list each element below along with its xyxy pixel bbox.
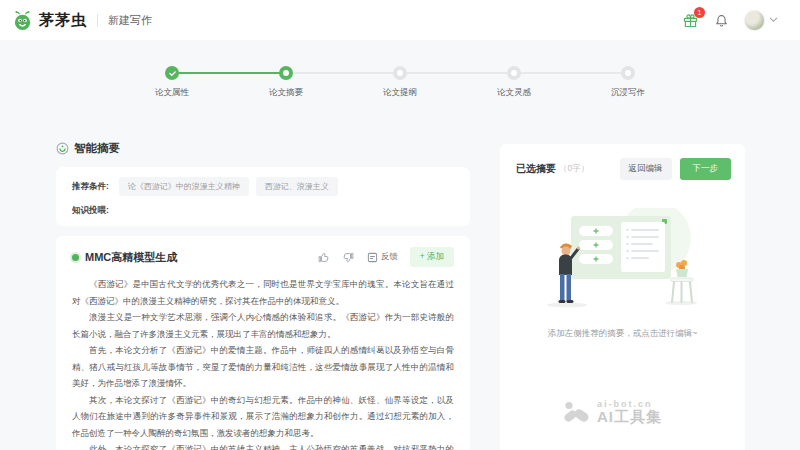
thumb-up-button[interactable] [317,251,330,264]
watermark: ai-bot.cn AI工具集 [563,399,662,426]
smart-summary-panel: 智能摘要 推荐条件: 论《西游记》中的浪漫主义精神 西游记、浪漫主义 知识投喂:… [56,141,470,450]
step-paper-attributes[interactable]: 论文属性 [115,66,229,99]
todo-step-dot [507,66,521,80]
model-status-dot [72,254,79,261]
bell-icon[interactable] [714,12,729,28]
gift-button[interactable]: 1 [682,12,699,29]
generated-abstract-header: MMC高精模型生成 [72,247,454,267]
thumb-down-icon [342,251,355,264]
progress-stepper: 论文属性 论文摘要 论文提纲 论文灵感 沉浸写作 [115,66,685,102]
abstract-paragraph: 首先，本论文分析了《西游记》中的爱情主题。作品中，师徒四人的感情纠葛以及孙悟空与… [72,342,454,392]
step-label: 论文灵感 [497,87,531,99]
step-label: 论文提纲 [383,87,417,99]
knowledge-feed-label: 知识投喂: [72,205,109,217]
watermark-logo-icon [563,399,590,426]
condition-tags: 论《西游记》中的浪漫主义精神 西游记、浪漫主义 [119,177,338,196]
add-abstract-button[interactable]: + 添加 [410,247,454,267]
step-paper-abstract[interactable]: 论文摘要 [229,66,343,99]
app-header: 茅茅虫 新建写作 1 [0,0,800,40]
empty-state [500,208,745,316]
conditions-label: 推荐条件: [72,181,109,193]
word-count: （0字） [559,163,589,175]
todo-step-dot [621,66,635,80]
selected-abstract-header: 已选摘要 （0字） 返回编辑 下一步 [500,144,745,180]
abstract-actions: 反馈 + 添加 [317,247,454,267]
abstract-paragraph: 此外，本论文探究了《西游记》中的英雄主义精神。主人公孙悟空的英勇善战，对抗邪恶势… [72,441,454,450]
notification-badge: 1 [694,7,705,18]
thumb-down-button[interactable] [342,251,355,264]
step-paper-outline[interactable]: 论文提纲 [343,66,457,99]
watermark-title: AI工具集 [597,409,662,425]
header-divider [97,14,98,27]
caterpillar-logo-icon [12,10,33,31]
header-actions: 1 [682,10,778,31]
todo-step-dot [393,66,407,80]
back-to-edit-button[interactable]: 返回编辑 [620,158,672,180]
next-step-button[interactable]: 下一步 [680,158,732,180]
user-menu[interactable] [744,10,778,31]
abstract-paragraph: 《西游记》是中国古代文学的优秀代表之一，同时也是世界文学宝库中的瑰宝。本论文旨在… [72,276,454,309]
model-name: MMC高精模型生成 [85,250,177,265]
brand-logo[interactable]: 茅茅虫 [12,10,87,31]
abstract-paragraph: 其次，本论文探讨了《西游记》中的奇幻与幻想元素。作品中的神仙、妖怪、仙界等设定，… [72,392,454,442]
current-step-dot [279,66,293,80]
section-header: 智能摘要 [56,141,470,156]
feedback-icon [367,252,378,263]
condition-tag: 论《西游记》中的浪漫主义精神 [119,177,249,196]
step-paper-inspiration[interactable]: 论文灵感 [457,66,571,99]
smart-summary-icon [56,142,69,155]
avatar [744,10,765,31]
abstract-paragraph: 浪漫主义是一种文学艺术思潮，强调个人内心情感的体验和追求。《西游记》作为一部史诗… [72,309,454,342]
feedback-button[interactable]: 反馈 [367,251,398,263]
step-label: 论文摘要 [269,87,303,99]
step-immersive-writing[interactable]: 沉浸写作 [571,66,685,99]
selected-abstract-title: 已选摘要 [516,162,556,176]
conditions-card: 推荐条件: 论《西游记》中的浪漫主义精神 西游记、浪漫主义 知识投喂: [56,167,470,226]
step-label: 论文属性 [155,87,189,99]
brand-name: 茅茅虫 [39,11,87,30]
step-label: 沉浸写作 [611,87,645,99]
feedback-label: 反馈 [381,251,398,263]
generated-abstract-card: MMC高精模型生成 [56,236,470,450]
page-title: 新建写作 [108,13,152,28]
check-icon [168,69,177,78]
chevron-down-icon [769,17,778,23]
empty-illustration [533,208,713,312]
condition-tag: 西游记、浪漫主义 [256,177,338,196]
section-title: 智能摘要 [74,141,120,156]
generated-abstract-text: 《西游记》是中国古代文学的优秀代表之一，同时也是世界文学宝库中的瑰宝。本论文旨在… [72,276,454,450]
model-info: MMC高精模型生成 [72,250,177,265]
empty-hint: 添加左侧推荐的摘要，或点击进行编辑~ [500,328,745,340]
thumb-up-icon [317,251,330,264]
